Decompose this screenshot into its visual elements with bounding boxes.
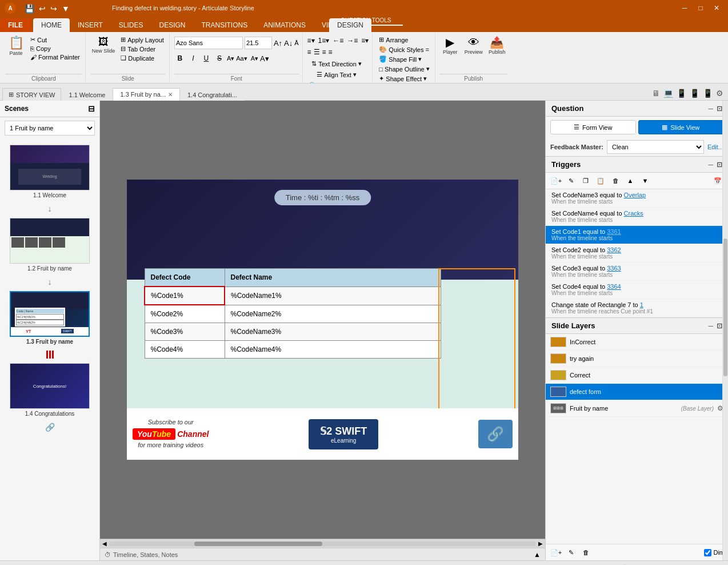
layer-item[interactable]: defect form: [546, 384, 728, 400]
trigger-item[interactable]: Change state of Rectangle 7 to 1 When th…: [546, 299, 728, 317]
layer-item[interactable]: ⊞⊞⊞ Fruit by name (Base Layer) ⚙: [546, 400, 728, 417]
cut-button[interactable]: ✂ Cut: [29, 35, 82, 44]
delete-trigger-button[interactable]: 🗑: [609, 174, 622, 187]
feedback-master-select[interactable]: Clean: [607, 140, 704, 154]
form-view-button[interactable]: ☰ Form View: [550, 120, 636, 134]
view-desktop-icon[interactable]: 🖥: [652, 89, 660, 98]
scroll-track[interactable]: [109, 542, 536, 546]
triggers-detach-icon[interactable]: ⊡: [717, 161, 722, 169]
timeline-collapse-icon[interactable]: ▲: [534, 551, 541, 559]
format-painter-button[interactable]: 🖌 Format Painter: [29, 53, 82, 61]
preview-button[interactable]: 👁 Preview: [463, 35, 485, 57]
tab-insert[interactable]: INSERT: [70, 18, 111, 32]
player-button[interactable]: ▶ Player: [440, 35, 461, 57]
font-color-dropdown[interactable]: A▾: [227, 55, 234, 62]
close-button[interactable]: ✕: [710, 3, 723, 13]
align-right-button[interactable]: ≡: [322, 48, 326, 56]
quick-styles-button[interactable]: 🎨 Quick Styles =: [377, 45, 431, 54]
edit-feedback-button[interactable]: Edit...: [707, 144, 723, 150]
question-detach-icon[interactable]: ⊡: [717, 105, 722, 113]
layer-item[interactable]: InCorrect: [546, 334, 728, 351]
quick-access-dropdown[interactable]: ▼: [60, 3, 71, 14]
list-item[interactable]: Congratulations! 1.4 Congratulations: [2, 360, 97, 420]
tab-fruit-by-name[interactable]: 1.3 Fruit by na... ✕: [113, 88, 179, 101]
tab-order-button[interactable]: ⊟ Tab Order: [119, 45, 166, 53]
view-phone-small-icon[interactable]: 📱: [703, 89, 713, 98]
trigger-item[interactable]: Set CodeName3 equal to Overlap When the …: [546, 189, 728, 208]
layers-detach-icon[interactable]: ⊡: [717, 322, 722, 330]
scene-dropdown[interactable]: 1 Fruit by name: [5, 121, 95, 136]
tab-animations[interactable]: ANIMATIONS: [255, 18, 314, 32]
text-shadow-button[interactable]: A▾: [251, 55, 258, 62]
align-left-button[interactable]: ≡: [307, 48, 311, 56]
paste-trigger-button[interactable]: 📋: [594, 174, 607, 187]
trigger-link[interactable]: 3362: [607, 246, 621, 253]
tab-slides[interactable]: SLIDES: [111, 18, 151, 32]
font-grow-icon[interactable]: A↑: [274, 39, 282, 47]
tab-welcome[interactable]: 1.1 Welcome: [61, 89, 113, 101]
scroll-right-button[interactable]: ▶: [538, 540, 543, 547]
view-phone-icon[interactable]: 📱: [690, 89, 699, 98]
trigger-link[interactable]: 1: [640, 301, 643, 308]
layer-item[interactable]: try again: [546, 351, 728, 367]
trigger-item[interactable]: Set Code2 equal to 3362 When the timelin…: [546, 244, 728, 262]
view-tablet-icon[interactable]: 📱: [677, 89, 686, 98]
trigger-link[interactable]: Cracks: [624, 210, 643, 217]
paste-button[interactable]: 📋 Paste: [6, 35, 26, 58]
tab-design[interactable]: DESIGN: [151, 18, 193, 32]
undo-button[interactable]: ↩: [37, 3, 47, 14]
shape-effect-button[interactable]: ✦ Shape Effect ▾: [377, 74, 429, 83]
close-tab-icon[interactable]: ✕: [168, 91, 173, 98]
align-center-button[interactable]: ☰: [314, 48, 320, 56]
tab-file[interactable]: FILE: [0, 18, 31, 32]
font-size-input[interactable]: [245, 37, 272, 49]
indent-decrease-button[interactable]: ←≡: [333, 37, 343, 45]
trigger-item[interactable]: Set Code3 equal to 3363 When the timelin…: [546, 262, 728, 281]
view-laptop-icon[interactable]: 💻: [663, 89, 673, 98]
list-item[interactable]: 1.2 Fruit by name: [2, 214, 97, 275]
list-item[interactable]: Code | Name %C1%|%N1% %C2%|%N2% YT SWIFT…: [2, 288, 97, 348]
redo-button[interactable]: ↪: [49, 3, 59, 14]
scroll-thumb[interactable]: [194, 542, 322, 546]
bullets-button[interactable]: ≡▾: [307, 37, 315, 45]
clear-format-icon[interactable]: Ā: [294, 39, 298, 46]
copy-button[interactable]: ⎘ Copy: [29, 45, 82, 53]
save-button[interactable]: 💾: [23, 3, 36, 14]
question-collapse-icon[interactable]: ─: [708, 105, 713, 113]
move-trigger-down-button[interactable]: ▼: [638, 174, 652, 187]
trigger-item[interactable]: Set Code1 equal to 3361 When the timelin…: [546, 226, 728, 244]
edit-layer-button[interactable]: ✎: [564, 546, 578, 559]
minimize-button[interactable]: ─: [678, 3, 691, 13]
bold-button[interactable]: B: [174, 53, 186, 64]
maximize-button[interactable]: □: [694, 3, 707, 13]
text-highlight-dropdown[interactable]: Aa▾: [236, 55, 247, 62]
scenes-collapse-icon[interactable]: ⊟: [88, 104, 95, 113]
right-scroll-thumb[interactable]: [723, 238, 727, 376]
tab-congrats[interactable]: 1.4 Congratulati...: [180, 89, 245, 101]
slide-view-button[interactable]: ▦ Slide View: [638, 120, 724, 134]
copy-trigger-button[interactable]: ❐: [579, 174, 593, 187]
shape-outline-button[interactable]: □ Shape Outline ▾: [377, 65, 431, 73]
new-slide-button[interactable]: 🖼 New Slide: [90, 35, 117, 55]
layers-collapse-icon[interactable]: ─: [708, 322, 713, 330]
add-layer-button[interactable]: 📄+: [549, 546, 563, 559]
list-item[interactable]: Welding 1.1 Welcome: [2, 141, 97, 202]
text-direction-button[interactable]: ⇅ Text Direction ▾: [310, 59, 363, 68]
move-trigger-up-button[interactable]: ▲: [623, 174, 637, 187]
tab-question-design[interactable]: DESIGN: [329, 18, 371, 32]
add-trigger-button[interactable]: 📄+: [549, 174, 563, 187]
scroll-left-button[interactable]: ◀: [102, 540, 107, 547]
trigger-item[interactable]: Set CodeName4 equal to Cracks When the t…: [546, 208, 728, 226]
trigger-link[interactable]: 3364: [607, 283, 621, 290]
tab-transitions[interactable]: TRANSITIONS: [194, 18, 256, 32]
view-settings-icon[interactable]: ⚙: [716, 89, 723, 98]
italic-button[interactable]: I: [187, 53, 199, 64]
table-cell-code1[interactable]: %Code1%: [145, 287, 225, 305]
dim-toggle[interactable]: [704, 549, 711, 556]
font-color-bar-icon[interactable]: A▾: [260, 54, 269, 63]
strikethrough-button[interactable]: S: [214, 53, 225, 64]
edit-trigger-button[interactable]: ✎: [564, 174, 578, 187]
tab-home[interactable]: HOME: [33, 18, 70, 32]
delete-layer-button[interactable]: 🗑: [579, 546, 593, 559]
font-name-input[interactable]: [174, 37, 243, 49]
